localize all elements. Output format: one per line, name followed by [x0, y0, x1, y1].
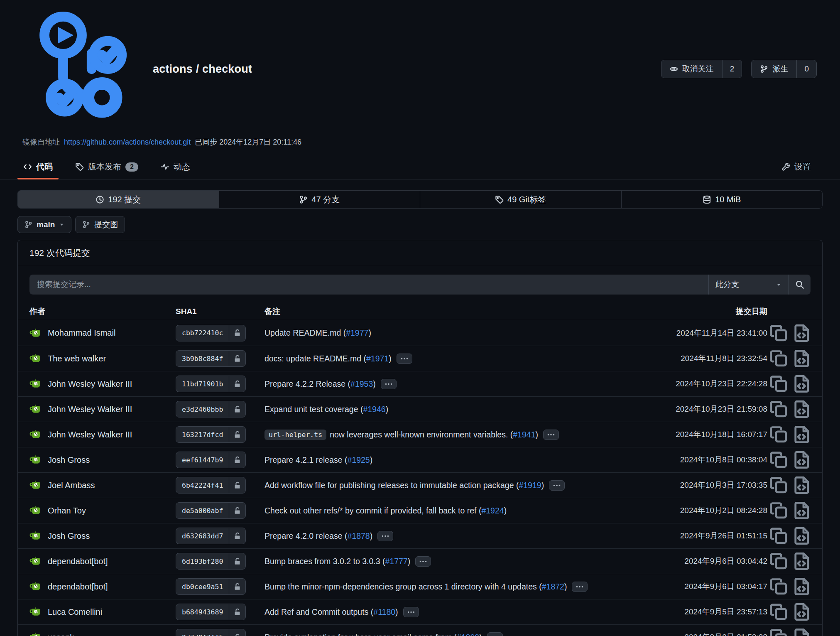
commit-author[interactable]: John Wesley Walker III [29, 378, 176, 390]
commit-sha-badge[interactable]: d632683dd7 [176, 528, 246, 544]
commit-sha-badge[interactable]: cbb722410c [176, 325, 246, 341]
issue-link[interactable]: #1872 [542, 582, 564, 592]
commit-sha-badge[interactable]: b684943689 [176, 604, 246, 620]
table-row: John Wesley Walker III 163217dfcd url-he… [18, 422, 822, 447]
browse-files-button[interactable] [791, 347, 814, 370]
commit-sha-badge[interactable]: de5a000abf [176, 502, 246, 519]
copy-sha-button[interactable] [767, 550, 791, 573]
expand-commit-message-button[interactable] [415, 556, 431, 567]
stat-tags[interactable]: 49 Git标签 [420, 191, 621, 208]
copy-sha-button[interactable] [767, 398, 791, 421]
commit-sha-badge[interactable]: e3d2460bbb [176, 401, 246, 417]
commit-author[interactable]: Josh Gross [29, 454, 176, 466]
commit-sha: b684943689 [176, 604, 229, 620]
issue-link[interactable]: #1869 [457, 633, 479, 636]
search-button[interactable] [788, 275, 811, 295]
commit-sha-badge[interactable]: db0cee9a51 [176, 578, 246, 595]
browse-files-button[interactable] [791, 448, 814, 471]
browse-files-button[interactable] [791, 474, 814, 497]
browse-files-button[interactable] [791, 398, 814, 421]
issue-link[interactable]: #1946 [363, 405, 385, 414]
browse-files-button[interactable] [791, 600, 814, 624]
commit-author[interactable]: John Wesley Walker III [29, 403, 176, 415]
tab-releases[interactable]: 版本发布 2 [69, 161, 144, 179]
commit-author[interactable]: yasonk [29, 631, 176, 636]
copy-sha-button[interactable] [767, 499, 791, 522]
expand-commit-message-button[interactable] [572, 582, 588, 592]
copy-sha-button[interactable] [767, 524, 791, 548]
branch-selector[interactable]: main [17, 216, 71, 233]
commit-author[interactable]: dependabot[bot] [29, 555, 176, 567]
commit-author[interactable]: dependabot[bot] [29, 580, 176, 593]
stat-branches[interactable]: 47 分支 [219, 191, 420, 208]
copy-icon [769, 627, 789, 636]
issue-link[interactable]: #1878 [347, 531, 370, 541]
unwatch-button[interactable]: 取消关注 2 [661, 60, 742, 78]
commit-sha-badge[interactable]: 2d7d9f7ff5 [176, 629, 246, 636]
browse-files-button[interactable] [791, 575, 814, 598]
tab-activity[interactable]: 动态 [155, 161, 196, 179]
commit-author[interactable]: Orhan Toy [29, 504, 176, 517]
commit-graph-button[interactable]: 提交图 [75, 216, 125, 233]
copy-sha-button[interactable] [767, 322, 791, 345]
issue-link[interactable]: #1953 [350, 379, 373, 389]
commit-sha-badge[interactable]: 11bd71901b [176, 376, 246, 392]
browse-files-button[interactable] [791, 423, 814, 446]
issue-link[interactable]: #1919 [519, 481, 541, 490]
fork-button[interactable]: 派生 0 [751, 60, 817, 78]
issue-link[interactable]: #1924 [481, 506, 504, 516]
commit-message: Prepare 4.2.2 Release (#1953) [264, 379, 639, 389]
teacup-avatar [29, 606, 42, 618]
copy-sha-button[interactable] [767, 347, 791, 370]
stat-size[interactable]: 10 MiB [621, 191, 823, 208]
mirror-url-link[interactable]: https://github.com/actions/checkout.git [64, 138, 191, 147]
browse-files-button[interactable] [791, 499, 814, 522]
fork-count[interactable]: 0 [796, 60, 816, 78]
browse-files-button[interactable] [791, 550, 814, 573]
expand-commit-message-button[interactable] [377, 531, 393, 541]
author-name: Josh Gross [48, 455, 90, 465]
expand-commit-message-button[interactable] [381, 379, 397, 389]
issue-link[interactable]: #1971 [366, 354, 389, 363]
issue-link[interactable]: #1925 [347, 455, 370, 465]
issue-link[interactable]: #1180 [373, 607, 395, 617]
commit-sha-badge[interactable]: 6d193bf280 [176, 553, 246, 570]
copy-sha-button[interactable] [767, 474, 791, 497]
commit-author[interactable]: John Wesley Walker III [29, 428, 176, 441]
expand-commit-message-button[interactable] [543, 430, 559, 440]
tag-icon [75, 162, 84, 171]
browse-files-button[interactable] [791, 626, 814, 636]
browse-files-button[interactable] [791, 524, 814, 548]
commit-sha-badge[interactable]: 163217dfcd [176, 426, 246, 443]
copy-sha-button[interactable] [767, 626, 791, 636]
issue-link[interactable]: #1941 [513, 430, 535, 440]
commit-sha-badge[interactable]: 6b42224f41 [176, 477, 246, 494]
commit-author[interactable]: Joel Ambass [29, 479, 176, 491]
tab-code[interactable]: 代码 [17, 161, 59, 179]
copy-sha-button[interactable] [767, 575, 791, 598]
copy-sha-button[interactable] [767, 448, 791, 471]
expand-commit-message-button[interactable] [403, 607, 419, 617]
copy-sha-button[interactable] [767, 372, 791, 395]
file-code-icon [792, 526, 812, 546]
expand-commit-message-button[interactable] [549, 480, 565, 491]
copy-sha-button[interactable] [767, 600, 791, 624]
stat-commits[interactable]: 192 提交 [18, 191, 219, 208]
expand-commit-message-button[interactable] [487, 632, 503, 636]
copy-sha-button[interactable] [767, 423, 791, 446]
commit-author[interactable]: Josh Gross [29, 530, 176, 542]
commit-author[interactable]: The web walker [29, 352, 176, 365]
branch-filter-dropdown[interactable]: 此分支 [708, 275, 788, 295]
watch-count[interactable]: 2 [722, 60, 742, 78]
expand-commit-message-button[interactable] [397, 354, 412, 364]
commit-author[interactable]: Luca Comellini [29, 606, 176, 618]
browse-files-button[interactable] [791, 322, 814, 345]
issue-link[interactable]: #1977 [346, 328, 368, 338]
search-input[interactable] [29, 275, 708, 295]
tab-settings[interactable]: 设置 [776, 161, 817, 179]
commit-sha-badge[interactable]: 3b9b8c884f [176, 350, 246, 367]
commit-author[interactable]: Mohammad Ismail [29, 327, 176, 339]
commit-sha-badge[interactable]: eef61447b9 [176, 452, 246, 468]
issue-link[interactable]: #1777 [385, 557, 407, 566]
browse-files-button[interactable] [791, 372, 814, 395]
